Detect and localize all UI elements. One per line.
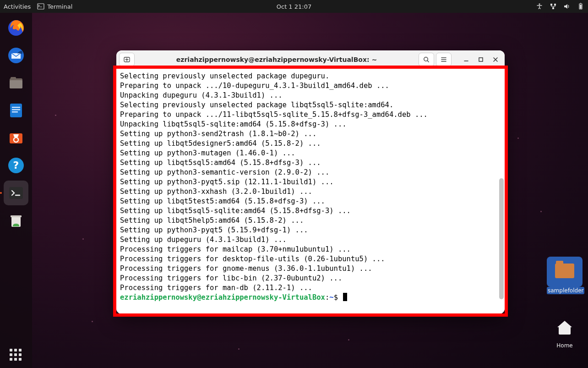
dock-terminal[interactable] [4,181,28,205]
help-icon: ? [7,156,25,175]
firefox-icon [7,19,25,37]
apps-grid-icon [10,349,22,362]
dock: ? [0,13,32,368]
minimize-icon [463,56,469,63]
volume-icon[interactable] [563,3,571,10]
terminal-line: Setting up python3-mutagen (1.46.0-1) ..… [120,148,501,158]
dock-thunderbird[interactable] [4,43,28,68]
svg-rect-15 [12,109,20,110]
activities-button[interactable]: Activities [4,3,31,10]
svg-rect-21 [9,187,23,199]
dock-files[interactable] [4,71,28,95]
scrollbar[interactable] [499,71,504,304]
svg-rect-0 [38,4,44,9]
folder-icon [555,264,574,278]
clock[interactable]: Oct 1 21:07 [277,3,311,10]
terminal-line: Selecting previously unselected package … [120,100,501,110]
terminal-line: Setting up libqt5test5:amd64 (5.15.8+dfs… [120,197,501,206]
accessibility-icon[interactable] [536,3,543,10]
window-title: ezriahzippernowsky@ezriahzippernowsky-Vi… [136,56,417,63]
terminal-line: Unpacking libqt5sql5-sqlite:amd64 (5.15.… [120,120,501,129]
dock-ubuntu-software[interactable] [4,126,28,150]
svg-rect-7 [580,5,582,9]
terminal-line: Processing triggers for libc-bin (2.37-0… [120,274,501,283]
search-button[interactable] [419,53,434,66]
svg-rect-4 [552,7,554,9]
maximize-icon [478,56,484,63]
terminal-line: Selecting previously unselected package … [120,71,501,81]
svg-rect-13 [10,104,22,117]
svg-rect-3 [554,4,556,5]
terminal-line: Setting up libqt5help5:amd64 (5.15.8-2) … [120,216,501,225]
files-icon [7,74,25,92]
terminal-line: Setting up python3-pyqt5.sip (12.11.1-1b… [120,177,501,187]
active-app-label: Terminal [47,3,72,10]
terminal-line: Preparing to unpack .../10-dupeguru_4.3.… [120,81,501,91]
apps-button[interactable] [0,342,32,368]
desktop-icon-label: samplefolder [547,287,584,294]
libreoffice-writer-icon [7,101,25,120]
terminal-line: Setting up python3-pyqt5 (5.15.9+dfsg-1)… [120,225,501,235]
terminal-line: Setting up python3-send2trash (1.8.1~b0-… [120,129,501,139]
terminal-line: Setting up python3-xxhash (3.2.0-1build1… [120,187,501,197]
svg-rect-26 [479,58,483,61]
prompt-user-host: ezriahzippernowsky@ezriahzippernowsky-Vi… [120,293,325,302]
active-app-indicator[interactable]: Terminal [37,3,72,10]
hamburger-icon [440,56,447,63]
terminal-window: ezriahzippernowsky@ezriahzippernowsky-Vi… [116,50,505,314]
svg-rect-12 [11,77,16,80]
thunderbird-icon [7,46,25,65]
terminal-line: Setting up libqt5sql5:amd64 (5.15.8+dfsg… [120,158,501,168]
terminal-prompt[interactable]: ezriahzippernowsky@ezriahzippernowsky-Vi… [120,293,501,302]
prompt-path: ~ [329,293,333,302]
terminal-line: Processing triggers for gnome-menus (3.3… [120,264,501,274]
terminal-line: Processing triggers for man-db (2.11.2-1… [120,283,501,293]
svg-rect-6 [580,3,581,4]
ubuntu-software-icon [7,129,25,147]
close-icon [492,56,499,63]
hamburger-menu-button[interactable] [436,53,452,66]
prompt-symbol: $ [334,293,343,302]
search-icon [423,56,430,63]
close-button[interactable] [489,53,502,66]
terminal-line: Processing triggers for desktop-file-uti… [120,254,501,264]
titlebar: ezriahzippernowsky@ezriahzippernowsky-Vi… [116,50,505,69]
desktop-icon-label: Home [555,342,573,349]
svg-rect-23 [11,215,22,217]
terminal-output[interactable]: Selecting previously unselected package … [116,69,505,314]
terminal-small-icon [37,3,44,10]
terminal-line: Preparing to unpack .../11-libqt5sql5-sq… [120,110,501,120]
dock-trash[interactable] [4,208,28,233]
home-icon [557,321,572,335]
svg-point-1 [539,3,540,5]
terminal-line: Setting up libqt5sql5-sqlite:amd64 (5.15… [120,206,501,216]
cursor [343,293,347,301]
new-tab-button[interactable] [119,53,135,66]
dock-firefox[interactable] [4,16,28,40]
battery-icon[interactable] [577,3,584,10]
svg-rect-14 [12,107,20,108]
desktop-icon-samplefolder[interactable]: samplefolder [547,257,583,294]
terminal-line: Unpacking dupeguru (4.3.1-3build1) ... [120,91,501,100]
maximize-button[interactable] [474,53,487,66]
terminal-line: Setting up libqt5designer5:amd64 (5.15.8… [120,139,501,148]
terminal-line: Setting up python3-semantic-version (2.9… [120,168,501,177]
minimize-button[interactable] [460,53,473,66]
plus-tab-icon [123,56,131,63]
terminal-line: Processing triggers for mailcap (3.70+nm… [120,245,501,254]
network-icon[interactable] [550,3,557,10]
svg-rect-11 [10,80,22,88]
terminal-icon [7,184,25,202]
dock-libreoffice-writer[interactable] [4,98,28,123]
dock-help[interactable]: ? [4,153,28,178]
terminal-line: Setting up dupeguru (4.3.1-3build1) ... [120,235,501,245]
svg-text:?: ? [13,159,19,171]
svg-rect-16 [12,111,18,113]
prompt-sep: : [325,293,329,302]
top-bar: Activities Terminal Oct 1 21:07 [0,0,588,13]
trash-icon [7,211,25,230]
desktop-icon-home[interactable]: Home [547,315,583,349]
svg-rect-2 [550,4,552,5]
scrollbar-thumb[interactable] [499,178,504,299]
